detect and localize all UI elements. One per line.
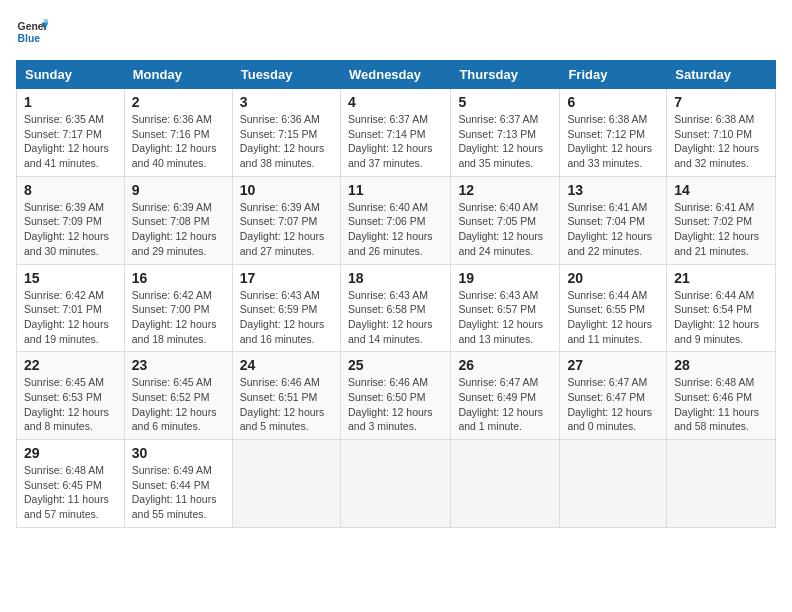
logo: General Blue xyxy=(16,16,48,48)
calendar-day-cell: 23 Sunrise: 6:45 AM Sunset: 6:52 PM Dayl… xyxy=(124,352,232,440)
calendar-day-cell: 20 Sunrise: 6:44 AM Sunset: 6:55 PM Dayl… xyxy=(560,264,667,352)
calendar-day-cell: 2 Sunrise: 6:36 AM Sunset: 7:16 PM Dayli… xyxy=(124,89,232,177)
day-detail: Sunrise: 6:48 AM Sunset: 6:46 PM Dayligh… xyxy=(674,375,768,434)
calendar-day-cell xyxy=(340,440,450,528)
calendar-day-cell: 7 Sunrise: 6:38 AM Sunset: 7:10 PM Dayli… xyxy=(667,89,776,177)
calendar-day-cell: 17 Sunrise: 6:43 AM Sunset: 6:59 PM Dayl… xyxy=(232,264,340,352)
calendar-day-cell: 30 Sunrise: 6:49 AM Sunset: 6:44 PM Dayl… xyxy=(124,440,232,528)
calendar-week-row: 1 Sunrise: 6:35 AM Sunset: 7:17 PM Dayli… xyxy=(17,89,776,177)
calendar-day-cell: 6 Sunrise: 6:38 AM Sunset: 7:12 PM Dayli… xyxy=(560,89,667,177)
day-number: 17 xyxy=(240,270,333,286)
day-number: 3 xyxy=(240,94,333,110)
day-number: 10 xyxy=(240,182,333,198)
calendar-table: Sunday Monday Tuesday Wednesday Thursday… xyxy=(16,60,776,528)
calendar-day-cell: 26 Sunrise: 6:47 AM Sunset: 6:49 PM Dayl… xyxy=(451,352,560,440)
logo-icon: General Blue xyxy=(16,16,48,48)
day-number: 29 xyxy=(24,445,117,461)
day-detail: Sunrise: 6:36 AM Sunset: 7:15 PM Dayligh… xyxy=(240,112,333,171)
day-detail: Sunrise: 6:45 AM Sunset: 6:53 PM Dayligh… xyxy=(24,375,117,434)
day-number: 30 xyxy=(132,445,225,461)
day-detail: Sunrise: 6:43 AM Sunset: 6:58 PM Dayligh… xyxy=(348,288,443,347)
day-detail: Sunrise: 6:37 AM Sunset: 7:13 PM Dayligh… xyxy=(458,112,552,171)
col-friday: Friday xyxy=(560,61,667,89)
day-detail: Sunrise: 6:44 AM Sunset: 6:55 PM Dayligh… xyxy=(567,288,659,347)
calendar-week-row: 29 Sunrise: 6:48 AM Sunset: 6:45 PM Dayl… xyxy=(17,440,776,528)
day-number: 28 xyxy=(674,357,768,373)
svg-text:Blue: Blue xyxy=(18,33,41,44)
day-number: 4 xyxy=(348,94,443,110)
calendar-day-cell: 24 Sunrise: 6:46 AM Sunset: 6:51 PM Dayl… xyxy=(232,352,340,440)
day-detail: Sunrise: 6:36 AM Sunset: 7:16 PM Dayligh… xyxy=(132,112,225,171)
calendar-day-cell: 29 Sunrise: 6:48 AM Sunset: 6:45 PM Dayl… xyxy=(17,440,125,528)
col-thursday: Thursday xyxy=(451,61,560,89)
header-row: Sunday Monday Tuesday Wednesday Thursday… xyxy=(17,61,776,89)
calendar-day-cell: 27 Sunrise: 6:47 AM Sunset: 6:47 PM Dayl… xyxy=(560,352,667,440)
day-detail: Sunrise: 6:44 AM Sunset: 6:54 PM Dayligh… xyxy=(674,288,768,347)
day-number: 19 xyxy=(458,270,552,286)
day-detail: Sunrise: 6:38 AM Sunset: 7:12 PM Dayligh… xyxy=(567,112,659,171)
col-monday: Monday xyxy=(124,61,232,89)
calendar-day-cell: 1 Sunrise: 6:35 AM Sunset: 7:17 PM Dayli… xyxy=(17,89,125,177)
day-number: 8 xyxy=(24,182,117,198)
calendar-day-cell: 28 Sunrise: 6:48 AM Sunset: 6:46 PM Dayl… xyxy=(667,352,776,440)
day-detail: Sunrise: 6:43 AM Sunset: 6:59 PM Dayligh… xyxy=(240,288,333,347)
day-number: 16 xyxy=(132,270,225,286)
calendar-day-cell xyxy=(560,440,667,528)
day-detail: Sunrise: 6:47 AM Sunset: 6:49 PM Dayligh… xyxy=(458,375,552,434)
day-number: 14 xyxy=(674,182,768,198)
day-detail: Sunrise: 6:38 AM Sunset: 7:10 PM Dayligh… xyxy=(674,112,768,171)
calendar-day-cell: 12 Sunrise: 6:40 AM Sunset: 7:05 PM Dayl… xyxy=(451,176,560,264)
calendar-day-cell: 4 Sunrise: 6:37 AM Sunset: 7:14 PM Dayli… xyxy=(340,89,450,177)
day-detail: Sunrise: 6:43 AM Sunset: 6:57 PM Dayligh… xyxy=(458,288,552,347)
day-detail: Sunrise: 6:42 AM Sunset: 7:01 PM Dayligh… xyxy=(24,288,117,347)
calendar-day-cell xyxy=(232,440,340,528)
day-number: 1 xyxy=(24,94,117,110)
day-number: 9 xyxy=(132,182,225,198)
calendar-day-cell: 18 Sunrise: 6:43 AM Sunset: 6:58 PM Dayl… xyxy=(340,264,450,352)
day-number: 5 xyxy=(458,94,552,110)
day-number: 25 xyxy=(348,357,443,373)
day-number: 20 xyxy=(567,270,659,286)
day-detail: Sunrise: 6:37 AM Sunset: 7:14 PM Dayligh… xyxy=(348,112,443,171)
day-detail: Sunrise: 6:49 AM Sunset: 6:44 PM Dayligh… xyxy=(132,463,225,522)
day-number: 7 xyxy=(674,94,768,110)
calendar-day-cell xyxy=(451,440,560,528)
calendar-day-cell: 10 Sunrise: 6:39 AM Sunset: 7:07 PM Dayl… xyxy=(232,176,340,264)
day-detail: Sunrise: 6:39 AM Sunset: 7:08 PM Dayligh… xyxy=(132,200,225,259)
calendar-day-cell xyxy=(667,440,776,528)
day-number: 27 xyxy=(567,357,659,373)
day-detail: Sunrise: 6:46 AM Sunset: 6:50 PM Dayligh… xyxy=(348,375,443,434)
calendar-day-cell: 22 Sunrise: 6:45 AM Sunset: 6:53 PM Dayl… xyxy=(17,352,125,440)
calendar-day-cell: 19 Sunrise: 6:43 AM Sunset: 6:57 PM Dayl… xyxy=(451,264,560,352)
day-detail: Sunrise: 6:42 AM Sunset: 7:00 PM Dayligh… xyxy=(132,288,225,347)
day-detail: Sunrise: 6:35 AM Sunset: 7:17 PM Dayligh… xyxy=(24,112,117,171)
calendar-week-row: 8 Sunrise: 6:39 AM Sunset: 7:09 PM Dayli… xyxy=(17,176,776,264)
col-wednesday: Wednesday xyxy=(340,61,450,89)
day-detail: Sunrise: 6:46 AM Sunset: 6:51 PM Dayligh… xyxy=(240,375,333,434)
day-number: 22 xyxy=(24,357,117,373)
day-detail: Sunrise: 6:48 AM Sunset: 6:45 PM Dayligh… xyxy=(24,463,117,522)
day-detail: Sunrise: 6:41 AM Sunset: 7:02 PM Dayligh… xyxy=(674,200,768,259)
col-saturday: Saturday xyxy=(667,61,776,89)
calendar-day-cell: 21 Sunrise: 6:44 AM Sunset: 6:54 PM Dayl… xyxy=(667,264,776,352)
calendar-day-cell: 11 Sunrise: 6:40 AM Sunset: 7:06 PM Dayl… xyxy=(340,176,450,264)
day-detail: Sunrise: 6:45 AM Sunset: 6:52 PM Dayligh… xyxy=(132,375,225,434)
day-number: 26 xyxy=(458,357,552,373)
calendar-day-cell: 8 Sunrise: 6:39 AM Sunset: 7:09 PM Dayli… xyxy=(17,176,125,264)
calendar-day-cell: 13 Sunrise: 6:41 AM Sunset: 7:04 PM Dayl… xyxy=(560,176,667,264)
day-number: 11 xyxy=(348,182,443,198)
day-detail: Sunrise: 6:39 AM Sunset: 7:07 PM Dayligh… xyxy=(240,200,333,259)
page-header: General Blue xyxy=(16,16,776,48)
col-sunday: Sunday xyxy=(17,61,125,89)
calendar-week-row: 15 Sunrise: 6:42 AM Sunset: 7:01 PM Dayl… xyxy=(17,264,776,352)
calendar-day-cell: 16 Sunrise: 6:42 AM Sunset: 7:00 PM Dayl… xyxy=(124,264,232,352)
day-detail: Sunrise: 6:47 AM Sunset: 6:47 PM Dayligh… xyxy=(567,375,659,434)
calendar-day-cell: 9 Sunrise: 6:39 AM Sunset: 7:08 PM Dayli… xyxy=(124,176,232,264)
day-number: 23 xyxy=(132,357,225,373)
calendar-day-cell: 3 Sunrise: 6:36 AM Sunset: 7:15 PM Dayli… xyxy=(232,89,340,177)
calendar-week-row: 22 Sunrise: 6:45 AM Sunset: 6:53 PM Dayl… xyxy=(17,352,776,440)
calendar-day-cell: 5 Sunrise: 6:37 AM Sunset: 7:13 PM Dayli… xyxy=(451,89,560,177)
day-detail: Sunrise: 6:40 AM Sunset: 7:05 PM Dayligh… xyxy=(458,200,552,259)
day-number: 15 xyxy=(24,270,117,286)
day-number: 2 xyxy=(132,94,225,110)
